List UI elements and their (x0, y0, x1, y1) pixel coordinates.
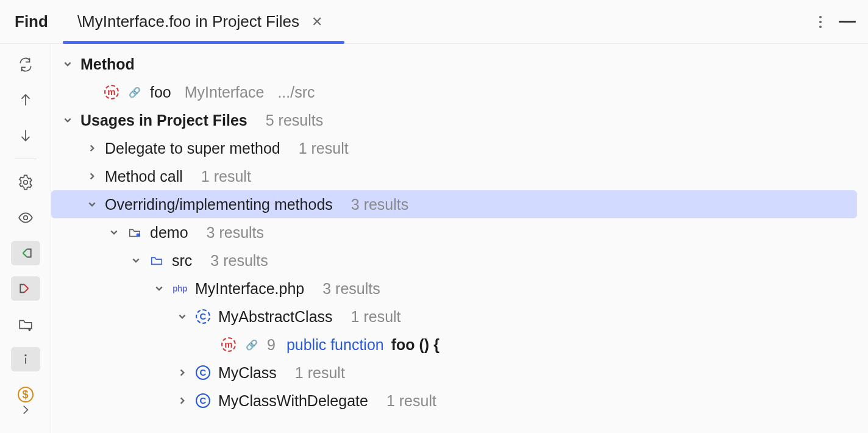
find-toolbar-rail: $ (0, 44, 51, 433)
class-name: MyAbstractClass (218, 308, 333, 326)
caret-down-icon[interactable] (87, 199, 98, 210)
php-file-icon: php (172, 281, 188, 296)
previous-occurrence-icon[interactable] (11, 88, 40, 112)
info-icon[interactable] (11, 347, 40, 371)
caret-right-icon[interactable] (177, 395, 188, 406)
tool-window-title: Find (15, 12, 48, 31)
result-count: 3 results (210, 252, 268, 270)
usage-group-row[interactable]: Delegate to super method 1 result (51, 134, 857, 162)
class-row[interactable]: C MyClass 1 result (51, 359, 857, 387)
svg-rect-3 (137, 234, 140, 237)
result-count: 5 results (266, 112, 323, 129)
usage-group-row[interactable]: Method call 1 result (51, 162, 857, 190)
usage-group-row-selected[interactable]: Overriding/implementing methods 3 result… (51, 190, 857, 218)
group-label: Method call (105, 168, 183, 185)
find-results-tab[interactable]: \MyInterface.foo in Project Files ✕ (77, 0, 322, 43)
caret-right-icon[interactable] (177, 367, 188, 378)
caret-down-icon[interactable] (62, 115, 73, 126)
caret-down-icon[interactable] (62, 59, 73, 70)
import-to-project-icon[interactable] (11, 241, 40, 265)
class-row[interactable]: C MyClassWithDelegate 1 result (51, 387, 857, 415)
result-count: 1 result (351, 308, 401, 326)
group-label: Overriding/implementing methods (105, 196, 333, 213)
more-options-icon[interactable] (819, 16, 822, 28)
rerun-search-icon[interactable] (11, 52, 40, 77)
result-count: 1 result (386, 392, 436, 410)
result-count: 3 results (207, 224, 264, 242)
next-occurrence-icon[interactable] (11, 123, 40, 148)
caret-right-icon[interactable] (87, 171, 98, 182)
abstract-class-icon: C (195, 309, 211, 324)
result-count: 1 result (299, 140, 349, 157)
caret-down-icon[interactable] (177, 311, 188, 322)
module-name: demo (150, 224, 188, 242)
file-row[interactable]: php MyInterface.php 3 results (51, 274, 857, 302)
rail-separator (15, 159, 37, 159)
tab-title: \MyInterface.foo in Project Files (77, 12, 299, 31)
usage-code-row[interactable]: m 🔗 9 public function foo () { (51, 331, 857, 359)
hide-toolwindow-icon[interactable] (839, 21, 856, 23)
section-method-header[interactable]: Method (51, 50, 857, 78)
export-from-project-icon[interactable] (11, 276, 40, 301)
section-usages-header[interactable]: Usages in Project Files 5 results (51, 106, 857, 134)
module-icon (127, 224, 143, 240)
file-name: MyInterface.php (195, 280, 304, 298)
class-icon: C (195, 393, 211, 409)
preview-usages-icon[interactable] (11, 206, 40, 230)
group-label: Delegate to super method (105, 140, 280, 157)
result-count: 3 results (351, 196, 408, 213)
find-results-tree[interactable]: Method m 🔗 foo MyInterface .../src Usage… (51, 44, 868, 433)
code-rest: foo () { (391, 336, 439, 354)
method-icon: m (221, 337, 237, 352)
caret-down-icon[interactable] (108, 227, 119, 238)
class-name: MyClassWithDelegate (218, 392, 368, 410)
svg-point-0 (23, 181, 27, 185)
svg-point-1 (23, 216, 27, 220)
result-count: 1 result (201, 168, 251, 185)
source-folder-icon (149, 252, 165, 268)
result-count: 1 result (295, 364, 345, 382)
section-title: Usages in Project Files (80, 112, 247, 129)
caret-down-icon[interactable] (154, 283, 165, 294)
write-access-icon: 🔗 (244, 337, 260, 352)
caret-right-icon[interactable] (87, 143, 98, 154)
folder-name: src (172, 252, 192, 270)
tab-active-indicator (63, 41, 344, 44)
folder-row[interactable]: src 3 results (51, 246, 857, 274)
method-class: MyInterface (185, 84, 265, 101)
settings-icon[interactable] (11, 170, 40, 195)
tool-window-header: Find \MyInterface.foo in Project Files ✕ (0, 0, 868, 44)
line-number: 9 (267, 336, 276, 354)
class-row[interactable]: C MyAbstractClass 1 result (51, 302, 857, 331)
method-name: foo (150, 84, 171, 101)
method-target-row[interactable]: m 🔗 foo MyInterface .../src (51, 78, 857, 106)
code-keywords: public function (286, 336, 384, 354)
class-icon: C (195, 365, 211, 381)
result-count: 3 results (322, 280, 380, 298)
method-icon: m (104, 84, 119, 100)
expand-rail-icon[interactable] (11, 398, 40, 422)
section-title: Method (80, 55, 135, 73)
caret-down-icon[interactable] (130, 255, 141, 266)
class-name: MyClass (218, 364, 277, 382)
module-row[interactable]: demo 3 results (51, 218, 857, 246)
close-tab-icon[interactable]: ✕ (311, 14, 322, 30)
navigatable-icon: 🔗 (127, 84, 143, 100)
method-path: .../src (277, 84, 315, 101)
svg-point-2 (24, 354, 26, 356)
new-folder-icon[interactable] (11, 312, 40, 336)
